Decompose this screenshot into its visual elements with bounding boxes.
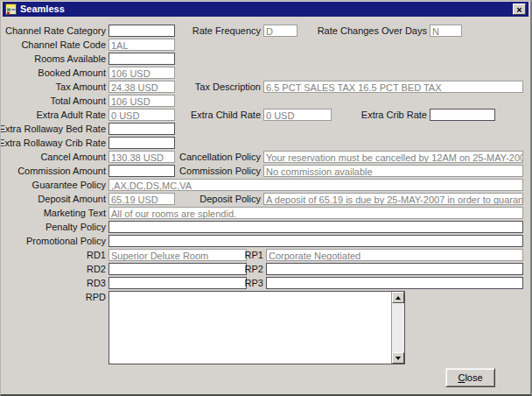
extra-child-rate-label: Extra Child Rate	[68, 109, 261, 121]
deposit-policy-field[interactable]: A deposit of 65.19 is due by 25-MAY-2007…	[263, 193, 523, 205]
close-button-label: Close	[458, 372, 482, 383]
channel-rate-code-label: Channel Rate Code	[0, 39, 106, 51]
extra-rollaway-crib-rate-field[interactable]	[108, 137, 175, 149]
rp1-field[interactable]: Corporate Negotiated	[266, 249, 523, 261]
booked-amount-field[interactable]: 106 USD	[108, 67, 175, 79]
cancellation-policy-label: Cancellation Policy	[68, 151, 261, 163]
rpd-label: RPD	[0, 291, 106, 303]
commission-policy-field[interactable]: No commission available	[263, 165, 523, 177]
titlebar[interactable]: Seamless ×	[3, 2, 528, 17]
total-amount-label: Total Amount	[0, 95, 106, 107]
extra-rollaway-bed-rate-label: Extra Rollaway Bed Rate	[0, 123, 106, 135]
extra-rollaway-crib-rate-label: Extra Rollaway Crib Rate	[0, 137, 106, 149]
deposit-policy-label: Deposit Policy	[68, 193, 261, 205]
app-form-icon	[5, 4, 17, 15]
extra-crib-rate-field[interactable]	[430, 109, 495, 121]
rpd-vertical-scrollbar[interactable]	[391, 292, 404, 364]
cancellation-policy-field[interactable]: Your reservation must be cancelled by 12…	[263, 151, 523, 163]
channel-rate-code-field[interactable]: 1AL	[108, 39, 175, 51]
rate-frequency-label: Rate Frequency	[68, 25, 261, 37]
guarantee-policy-field[interactable]: ,AX,DC,DS,MC,VA	[108, 179, 523, 191]
rooms-available-label: Rooms Available	[0, 53, 106, 65]
rpd-field[interactable]	[108, 291, 405, 364]
penalty-policy-field[interactable]	[108, 221, 523, 233]
tax-description-label: Tax Description	[68, 81, 261, 93]
rp1-label: RP1	[71, 249, 263, 261]
promotional-policy-field[interactable]	[108, 235, 523, 247]
marketing-text-field[interactable]: All of our rooms are splendid.	[108, 207, 523, 219]
extra-crib-rate-label: Extra Crib Rate	[234, 109, 427, 121]
total-amount-field[interactable]: 106 USD	[108, 95, 175, 107]
penalty-policy-label: Penalty Policy	[0, 221, 106, 233]
rate-changes-over-days-label: Rate Changes Over Days	[234, 25, 427, 37]
window-title: Seamless	[20, 2, 65, 17]
tax-description-field[interactable]: 6.5 PCT SALES TAX 16.5 PCT BED TAX	[263, 81, 523, 93]
marketing-text-label: Marketing Text	[0, 207, 106, 219]
commission-policy-label: Commission Policy	[68, 165, 261, 177]
scroll-up-icon[interactable]	[392, 292, 404, 303]
close-button[interactable]: Close	[445, 368, 495, 387]
rp3-label: RP3	[71, 277, 263, 289]
rooms-available-field[interactable]	[108, 53, 175, 65]
rp2-label: RP2	[71, 263, 263, 275]
seamless-dialog: Seamless × Close Channel Rate CategoryRa…	[0, 0, 532, 396]
extra-rollaway-bed-rate-field[interactable]	[108, 123, 175, 135]
rp2-field[interactable]	[266, 263, 523, 275]
rp3-field[interactable]	[266, 277, 523, 289]
promotional-policy-label: Promotional Policy	[0, 235, 106, 247]
booked-amount-label: Booked Amount	[0, 67, 106, 79]
guarantee-policy-label: Guarantee Policy	[0, 179, 106, 191]
rate-changes-over-days-field[interactable]: N	[430, 25, 462, 37]
titlebar-close-icon[interactable]: ×	[513, 4, 526, 15]
scroll-down-icon[interactable]	[392, 352, 404, 364]
